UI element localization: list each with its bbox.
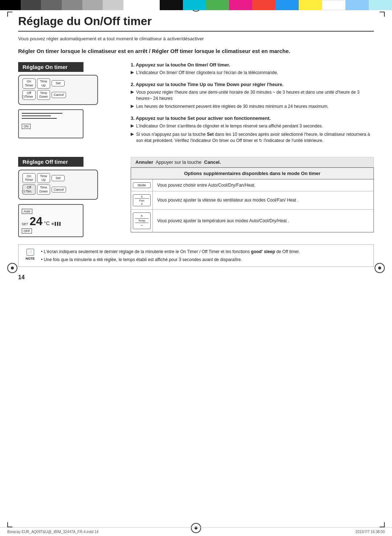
annuler-box: Annuler Appuyer sur la touche Cancel. — [131, 157, 374, 167]
set-temp-row: SET 24 °C ❄ ▌▌▌ — [22, 215, 80, 227]
time-up-btn[interactable]: TimeUp — [37, 78, 50, 89]
off-timer-remote: OnTimer TimeUp Set OffTim.☞ TimeDown Can… — [18, 170, 98, 200]
bullet-arrow-4: ▶ — [131, 123, 134, 129]
page-title: Réglage du On/Off timer — [18, 15, 374, 32]
note-box: 📄 NOTE • L'écran indiquera seulement le … — [18, 244, 374, 267]
corner-mark-bl — [7, 522, 12, 527]
step-2-text-1: Vous pouvez régler l'heure dans une demi… — [136, 89, 374, 102]
note-line-1: • L'écran indiquera seulement le dernier… — [41, 248, 368, 255]
step-2-title: 2. Appuyez sur la touche Time Up ou Time… — [131, 82, 374, 87]
mode-icon: Mode — [133, 182, 151, 188]
on-timer-left: Réglage On timer OnTimer TimeUp Set OffT… — [18, 62, 120, 150]
bullet-arrow-1: ▶ — [131, 70, 134, 76]
off-timer-right: Annuler Appuyer sur la touche Cancel. Op… — [131, 157, 374, 237]
cb-red — [252, 0, 275, 10]
table-row: Mode Vous pouvez choisir entre Auto/Cool… — [131, 179, 374, 191]
footer: Boracay EUR_AQ09T&U@_IBIM_32447A_FR-4.in… — [0, 527, 392, 536]
note-document-icon: 📄 — [26, 249, 34, 256]
page-number: 14 — [18, 274, 374, 281]
step-2-bullet-2: ▶ Les heures de fonctionnement peuvent ê… — [131, 103, 374, 110]
off-badge: OFF — [22, 228, 32, 234]
corner-mark-tr — [380, 12, 385, 17]
subtitle: Vous pouvez régler automatiquement et a … — [18, 36, 374, 41]
bullet-arrow-2: ▶ — [131, 89, 134, 102]
step-3: 3. Appuyez sur la touche Set pour active… — [131, 115, 374, 143]
display-line-3 — [22, 118, 57, 119]
annuler-text: Appuyer sur la touche — [156, 159, 201, 165]
step-1-text-1: L'indicateur On timer/ Off timer clignot… — [136, 70, 278, 76]
table-row: + Temp − Vous pouvez ajuster la températ… — [131, 209, 374, 232]
main-content: Réglage du On/Off timer Vous pouvez régl… — [18, 15, 374, 525]
off-set-btn[interactable]: Set — [52, 175, 65, 181]
display-line-1 — [22, 113, 62, 114]
off-timer-left: Réglage Off timer OnTimer TimeUp Set Off… — [18, 157, 120, 237]
auto-label: Auto — [22, 209, 32, 214]
cb-green — [206, 0, 229, 10]
annuler-label: Annuler — [135, 159, 153, 165]
bar-block-5 — [82, 0, 103, 10]
on-timer-section: Réglage On timer OnTimer TimeUp Set OffT… — [18, 62, 374, 150]
step-3-text-2: Si vous n'appuyez pas sur la touche Set … — [136, 131, 374, 144]
note-icon-area: 📄 NOTE — [24, 248, 37, 263]
bar-block-1 — [0, 0, 21, 10]
on-timer-btn[interactable]: OnTimer — [23, 78, 36, 89]
bar-block-6 — [103, 0, 123, 10]
off-time-up-btn[interactable]: TimeUp — [37, 173, 50, 183]
note-line-2: • Une fois que la minuterie a été réglée… — [41, 256, 368, 263]
top-color-bar — [0, 0, 392, 10]
bar-block-3 — [41, 0, 62, 10]
display-line-2 — [22, 115, 51, 116]
top-bar-center — [123, 0, 160, 10]
options-table: Options supplémentaires disponibles dans… — [131, 167, 374, 232]
step-2-bullet-1: ▶ Vous pouvez régler l'heure dans une de… — [131, 89, 374, 102]
main-header: Régler On timer lorsque le climatiseur e… — [18, 47, 374, 55]
on-timer-right: 1. Appuyez sur la touche On timer/ Off t… — [131, 62, 374, 150]
cb-white — [322, 0, 346, 10]
footer-left: Boracay EUR_AQ09T&U@_IBIM_32447A_FR-4.in… — [7, 530, 98, 534]
off-remote-row-2: OffTim.☞ TimeDown Cancel — [23, 184, 94, 195]
compass-left — [7, 263, 17, 273]
off-cancel-btn[interactable]: Cancel — [52, 187, 66, 193]
step-2-text-2: Les heures de fonctionnement peuvent êtr… — [136, 103, 328, 110]
temp-icons: ❄ ▌▌▌ — [51, 222, 62, 226]
off-timer-btn-2[interactable]: OffTim.☞ — [23, 184, 36, 195]
bullet-arrow-5: ▶ — [131, 131, 134, 144]
cancel-btn[interactable]: Cancel — [52, 92, 66, 98]
set-btn[interactable]: Set — [52, 80, 65, 86]
step-3-bullet-1: ▶ L'indicateur On timer s'arrêtera de cl… — [131, 123, 374, 129]
bar-block-2 — [21, 0, 41, 10]
time-down-btn[interactable]: TimeDown — [37, 90, 50, 100]
display-lines — [22, 113, 80, 119]
temperature-display: 24 — [30, 215, 43, 227]
fan-option-text: Vous pouvez ajuster la vitesse du ventil… — [153, 191, 374, 209]
mode-option-text: Vous pouvez choisir entre Auto/Cool/Dry/… — [153, 179, 374, 191]
off-remote-row-1: OnTimer TimeUp Set — [23, 173, 94, 183]
cb-yellow — [299, 0, 322, 10]
remote-row-1: OnTimer TimeUp Set — [23, 78, 94, 89]
temp-option-text: Vous pouvez ajuster la température aux m… — [153, 209, 374, 232]
off-timer-btn[interactable]: OffTimer☞ — [23, 90, 36, 100]
temp-icon: + Temp − — [133, 212, 151, 229]
set-label: SET — [22, 222, 28, 226]
signal-bars-icon: ▌▌▌ — [55, 222, 62, 226]
bullet-arrow-3: ▶ — [131, 103, 134, 110]
cb-blue — [275, 0, 299, 10]
cb-lt-blue — [346, 0, 369, 10]
step-3-text-1: L'indicateur On timer s'arrêtera de clig… — [136, 123, 323, 129]
off-timer-label: Réglage Off timer — [18, 157, 83, 167]
cb-lt-cyan — [369, 0, 392, 10]
off-time-down-btn[interactable]: TimeDown — [37, 184, 50, 195]
cb-magenta — [229, 0, 252, 10]
step-3-bullet-2: ▶ Si vous n'appuyez pas sur la touche Se… — [131, 131, 374, 144]
bar-block-4 — [62, 0, 82, 10]
options-header: Options supplémentaires disponibles dans… — [131, 167, 374, 179]
top-bar-right — [160, 0, 392, 10]
on-timer-remote: OnTimer TimeUp Set OffTimer☞ TimeDown Ca… — [18, 75, 98, 105]
corner-mark-br — [380, 522, 385, 527]
off-on-timer-btn[interactable]: OnTimer — [23, 173, 36, 183]
on-timer-display: ON — [18, 109, 83, 138]
compass-right — [375, 263, 385, 273]
step-1: 1. Appuyez sur la touche On timer/ Off t… — [131, 62, 374, 76]
step-1-bullet-1: ▶ L'indicateur On timer/ Off timer clign… — [131, 70, 374, 76]
note-content: • L'écran indiquera seulement le dernier… — [41, 248, 368, 263]
